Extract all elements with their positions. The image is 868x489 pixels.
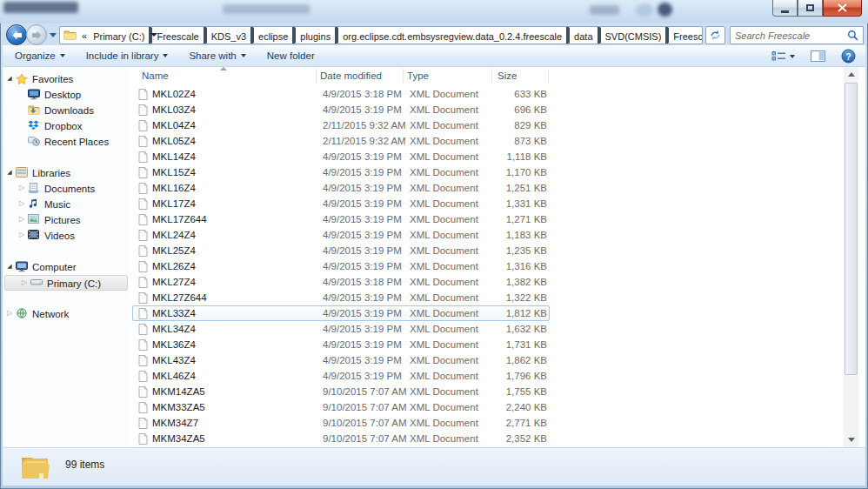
- table-row[interactable]: MKL25Z44/9/2015 3:19 PMXML Document1,235…: [132, 243, 550, 258]
- minimize-button[interactable]: [772, 0, 798, 17]
- expander-expanded-icon[interactable]: ◢: [5, 263, 14, 270]
- breadcrumb-separator-icon[interactable]: [566, 26, 570, 44]
- table-row[interactable]: MKM33ZA59/10/2015 7:07 AMXML Document2,2…: [132, 399, 550, 415]
- toolbar-button-include-in-library[interactable]: Include in library: [77, 47, 177, 64]
- scrollbar-thumb[interactable]: [845, 83, 858, 375]
- sidebar-item-music[interactable]: ▷Music: [3, 197, 130, 212]
- sidebar-item-pictures[interactable]: ▷Pictures: [3, 212, 130, 228]
- table-row[interactable]: MKL04Z42/11/2015 9:32 AMXML Document829 …: [132, 117, 550, 133]
- toolbar-button-share-with[interactable]: Share with: [180, 47, 254, 64]
- titlebar[interactable]: [0, 0, 868, 23]
- sidebar-item-downloads[interactable]: Downloads: [3, 103, 130, 118]
- table-row[interactable]: MKL27Z44/9/2015 3:18 PMXML Document1,382…: [132, 274, 550, 290]
- sidebar-item-dropbox[interactable]: Dropbox: [3, 118, 130, 134]
- sidebar-item-network[interactable]: ▷Network: [3, 306, 130, 322]
- table-row[interactable]: MKL24Z44/9/2015 3:19 PMXML Document1,183…: [132, 227, 550, 243]
- close-button[interactable]: [823, 0, 862, 17]
- sidebar-item-computer[interactable]: ◢Computer: [3, 259, 130, 275]
- breadcrumb-segment[interactable]: data: [571, 31, 596, 42]
- table-row[interactable]: MKL02Z44/9/2015 3:18 PMXML Document633 K…: [132, 86, 550, 102]
- expander-collapsed-icon[interactable]: ▷: [5, 309, 14, 317]
- xml-file-icon: [138, 136, 148, 149]
- column-header-type[interactable]: Type: [407, 70, 429, 81]
- table-row[interactable]: MKL43Z44/9/2015 3:19 PMXML Document1,862…: [132, 352, 550, 368]
- breadcrumb-overflow-chevron[interactable]: «: [79, 30, 90, 41]
- column-header-name[interactable]: Name: [142, 70, 169, 81]
- titlebar-ghost: [3, 2, 78, 13]
- cell-name: MKL03Z4: [152, 104, 196, 115]
- toolbar-button-organize[interactable]: Organize: [6, 47, 74, 64]
- table-row[interactable]: MKL34Z44/9/2015 3:19 PMXML Document1,632…: [132, 321, 550, 337]
- table-row[interactable]: MKL26Z44/9/2015 3:19 PMXML Document1,316…: [132, 258, 550, 274]
- table-row[interactable]: MKL27Z6444/9/2015 3:19 PMXML Document1,3…: [132, 290, 550, 305]
- expander-expanded-icon[interactable]: ◢: [5, 169, 14, 176]
- breadcrumb-separator-icon[interactable]: [250, 26, 254, 44]
- breadcrumb-segment[interactable]: SVD(CMSIS): [602, 31, 665, 42]
- column-separator[interactable]: [403, 69, 404, 84]
- breadcrumb-separator-icon[interactable]: [598, 26, 601, 44]
- breadcrumb-separator-icon[interactable]: [292, 26, 296, 44]
- expander-collapsed-icon[interactable]: ▷: [20, 278, 29, 286]
- table-row[interactable]: MKM14ZA59/10/2015 7:07 AMXML Document1,7…: [132, 384, 550, 399]
- column-separator[interactable]: [316, 69, 317, 84]
- views-button[interactable]: [769, 49, 798, 64]
- sidebar-item-favorites[interactable]: ◢Favorites: [3, 71, 130, 87]
- column-separator[interactable]: [491, 69, 492, 84]
- preview-pane-button[interactable]: [808, 49, 828, 64]
- scroll-down-button[interactable]: [844, 432, 858, 447]
- search-input[interactable]: [735, 28, 844, 43]
- table-row[interactable]: MKL15Z44/9/2015 3:19 PMXML Document1,170…: [132, 164, 550, 180]
- expander-collapsed-icon[interactable]: ▷: [17, 199, 26, 207]
- refresh-button[interactable]: [705, 26, 725, 44]
- toolbar-button-new-folder[interactable]: New folder: [258, 47, 324, 64]
- cell-name: MKL27Z4: [152, 277, 196, 287]
- breadcrumb-segment[interactable]: Freescale: [153, 31, 202, 42]
- expander-collapsed-icon[interactable]: ▷: [17, 184, 26, 191]
- cell-size: 873 KB: [484, 136, 547, 146]
- breadcrumb-separator-icon[interactable]: [665, 26, 669, 44]
- back-button[interactable]: [6, 24, 27, 45]
- breadcrumb-separator-icon[interactable]: [335, 26, 338, 44]
- breadcrumb-segment[interactable]: org.eclipse.cdt.embsysregview.data_0.2.4…: [339, 31, 565, 42]
- forward-button[interactable]: [26, 24, 47, 45]
- table-row[interactable]: MKL05Z42/11/2015 9:32 AMXML Document873 …: [132, 133, 550, 149]
- table-row[interactable]: MKM34ZA59/10/2015 7:07 AMXML Document2,3…: [132, 431, 550, 446]
- breadcrumb-separator-icon[interactable]: [204, 26, 207, 44]
- help-button[interactable]: ?: [838, 47, 858, 65]
- column-separator[interactable]: [548, 69, 549, 84]
- breadcrumb-segment[interactable]: eclipse: [255, 31, 291, 42]
- table-row[interactable]: MKL03Z44/9/2015 3:19 PMXML Document696 K…: [132, 102, 550, 117]
- column-header-size[interactable]: Size: [497, 70, 517, 81]
- minimize-icon: [781, 10, 789, 13]
- table-row[interactable]: MKL14Z44/9/2015 3:19 PMXML Document1,118…: [132, 149, 550, 164]
- breadcrumb-segment[interactable]: Freescale: [670, 31, 703, 42]
- sidebar-item-desktop[interactable]: Desktop: [3, 87, 130, 103]
- sidebar-item-libraries[interactable]: ◢Libraries: [3, 165, 130, 181]
- sidebar-item-videos[interactable]: ▷Videos: [3, 228, 130, 244]
- table-row[interactable]: MKL16Z44/9/2015 3:19 PMXML Document1,251…: [132, 180, 550, 196]
- expander-collapsed-icon[interactable]: ▷: [17, 215, 26, 223]
- table-row[interactable]: MKL33Z44/9/2015 3:19 PMXML Document1,812…: [132, 305, 550, 321]
- table-row[interactable]: MKL46Z44/9/2015 3:19 PMXML Document1,796…: [132, 368, 550, 384]
- breadcrumb-segment[interactable]: Primary (C:): [90, 31, 148, 42]
- breadcrumb-segment[interactable]: KDS_v3: [208, 31, 250, 42]
- table-row[interactable]: MKL36Z44/9/2015 3:19 PMXML Document1,731…: [132, 337, 550, 352]
- toolbar-button-label: New folder: [267, 50, 315, 61]
- scroll-up-button[interactable]: [844, 67, 858, 82]
- vertical-scrollbar[interactable]: [844, 67, 858, 447]
- table-row[interactable]: MKL17Z44/9/2015 3:19 PMXML Document1,331…: [132, 196, 550, 211]
- table-row[interactable]: MKL17Z6444/9/2015 3:19 PMXML Document1,2…: [132, 211, 550, 227]
- cell-date: 4/9/2015 3:19 PM: [323, 230, 402, 240]
- table-row[interactable]: MKM34Z79/10/2015 7:07 AMXML Document2,77…: [132, 415, 550, 431]
- recent-pages-dropdown[interactable]: [50, 33, 57, 37]
- column-header-date-modified[interactable]: Date modified: [320, 70, 382, 81]
- maximize-button[interactable]: [798, 0, 823, 17]
- breadcrumb-segment[interactable]: plugins: [297, 31, 334, 42]
- sidebar-item-recent-places[interactable]: Recent Places: [3, 134, 130, 150]
- expander-collapsed-icon[interactable]: ▷: [17, 231, 26, 238]
- search-icon[interactable]: [847, 30, 859, 45]
- address-dropdown-chevron[interactable]: [150, 33, 157, 37]
- sidebar-item-documents[interactable]: ▷Documents: [3, 181, 130, 197]
- expander-expanded-icon[interactable]: ◢: [5, 75, 14, 82]
- sidebar-item-primary-c[interactable]: ▷Primary (C:): [4, 275, 128, 291]
